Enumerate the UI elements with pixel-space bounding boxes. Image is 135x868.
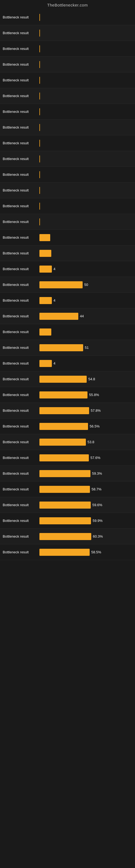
table-row: Bottleneck result bbox=[0, 214, 135, 230]
table-row: Bottleneck result bbox=[0, 88, 135, 104]
row-value: 51 bbox=[85, 346, 89, 350]
table-row: Bottleneck result60.3% bbox=[0, 529, 135, 545]
bar bbox=[39, 234, 50, 241]
bar-container bbox=[39, 171, 132, 178]
bar-container bbox=[39, 108, 132, 115]
row-label: Bottleneck result bbox=[3, 424, 38, 428]
bar-container: 59.6% bbox=[39, 501, 132, 508]
row-label: Bottleneck result bbox=[3, 487, 38, 491]
row-label: Bottleneck result bbox=[3, 393, 38, 397]
row-label: Bottleneck result bbox=[3, 440, 38, 444]
bar bbox=[39, 61, 40, 68]
table-row: Bottleneck result56.5% bbox=[0, 418, 135, 434]
bar-container: 4 bbox=[39, 297, 132, 304]
table-row: Bottleneck result bbox=[0, 198, 135, 214]
results-list: Bottleneck resultBottleneck resultBottle… bbox=[0, 9, 135, 560]
row-label: Bottleneck result bbox=[3, 267, 38, 271]
row-value: 4 bbox=[53, 299, 55, 303]
table-row: Bottleneck result bbox=[0, 41, 135, 57]
row-value: 59.6% bbox=[92, 503, 102, 507]
bar bbox=[39, 313, 78, 320]
row-value: 55.8% bbox=[89, 393, 99, 397]
row-value: 59.9% bbox=[93, 519, 103, 523]
bar bbox=[39, 250, 51, 257]
table-row: Bottleneck result50 bbox=[0, 277, 135, 293]
row-label: Bottleneck result bbox=[3, 220, 38, 224]
row-label: Bottleneck result bbox=[3, 534, 38, 538]
bar-container: 4 bbox=[39, 360, 132, 367]
table-row: Bottleneck result bbox=[0, 324, 135, 340]
row-value: 57.8% bbox=[91, 408, 101, 412]
table-row: Bottleneck result4 bbox=[0, 355, 135, 371]
bar bbox=[39, 218, 40, 225]
row-label: Bottleneck result bbox=[3, 330, 38, 334]
bar-container: 55.8% bbox=[39, 392, 132, 399]
table-row: Bottleneck result58.5% bbox=[0, 545, 135, 560]
table-row: Bottleneck result51 bbox=[0, 340, 135, 355]
row-label: Bottleneck result bbox=[3, 236, 38, 240]
table-row: Bottleneck result4 bbox=[0, 261, 135, 277]
bar-container: 56.5% bbox=[39, 423, 132, 430]
row-value: 56.5% bbox=[90, 424, 100, 428]
bar bbox=[39, 93, 40, 99]
row-label: Bottleneck result bbox=[3, 503, 38, 507]
table-row: Bottleneck result bbox=[0, 9, 135, 25]
bar bbox=[39, 77, 40, 84]
row-value: 53.8 bbox=[87, 440, 94, 444]
bar bbox=[39, 203, 40, 210]
table-row: Bottleneck result bbox=[0, 57, 135, 72]
row-label: Bottleneck result bbox=[3, 188, 38, 192]
row-label: Bottleneck result bbox=[3, 141, 38, 145]
row-label: Bottleneck result bbox=[3, 361, 38, 365]
bar bbox=[39, 45, 40, 52]
table-row: Bottleneck result4 bbox=[0, 293, 135, 308]
row-label: Bottleneck result bbox=[3, 94, 38, 98]
bar bbox=[39, 344, 83, 351]
row-value: 57.6% bbox=[90, 456, 100, 460]
bar bbox=[39, 171, 40, 178]
row-label: Bottleneck result bbox=[3, 78, 38, 82]
table-row: Bottleneck result bbox=[0, 120, 135, 135]
row-value: 60.3% bbox=[93, 534, 103, 538]
row-label: Bottleneck result bbox=[3, 204, 38, 208]
bar-container bbox=[39, 124, 132, 131]
bar bbox=[39, 281, 83, 288]
table-row: Bottleneck result44 bbox=[0, 308, 135, 324]
row-label: Bottleneck result bbox=[3, 251, 38, 255]
table-row: Bottleneck result bbox=[0, 72, 135, 88]
bar-container bbox=[39, 187, 132, 194]
bar bbox=[39, 486, 90, 493]
bar bbox=[39, 423, 88, 430]
bar bbox=[39, 439, 86, 446]
row-label: Bottleneck result bbox=[3, 62, 38, 66]
bar-container bbox=[39, 203, 132, 210]
table-row: Bottleneck result53.8 bbox=[0, 434, 135, 450]
bar-container: 51 bbox=[39, 344, 132, 351]
row-value: 59.3% bbox=[92, 471, 102, 475]
table-row: Bottleneck result bbox=[0, 25, 135, 41]
bar-container bbox=[39, 155, 132, 162]
table-row: Bottleneck result bbox=[0, 230, 135, 246]
table-row: Bottleneck result59.6% bbox=[0, 497, 135, 513]
table-row: Bottleneck result bbox=[0, 104, 135, 120]
bar bbox=[39, 501, 91, 508]
bar-container: 57.6% bbox=[39, 454, 132, 461]
row-label: Bottleneck result bbox=[3, 408, 38, 412]
bar-container: 57.8% bbox=[39, 407, 132, 414]
row-label: Bottleneck result bbox=[3, 471, 38, 475]
bar-container bbox=[39, 77, 132, 84]
row-label: Bottleneck result bbox=[3, 125, 38, 129]
row-value: 44 bbox=[80, 314, 84, 318]
bar bbox=[39, 30, 40, 37]
header: TheBottlenecker.com bbox=[0, 0, 135, 9]
bar-container bbox=[39, 30, 132, 37]
table-row: Bottleneck result57.6% bbox=[0, 450, 135, 466]
bar-container bbox=[39, 14, 132, 21]
row-value: 50 bbox=[84, 283, 88, 287]
bar-container bbox=[39, 140, 132, 147]
bar bbox=[39, 533, 91, 540]
site-title: TheBottlenecker.com bbox=[47, 3, 88, 7]
bar-container: 58.5% bbox=[39, 549, 132, 556]
bar bbox=[39, 266, 52, 273]
bar bbox=[39, 155, 40, 162]
